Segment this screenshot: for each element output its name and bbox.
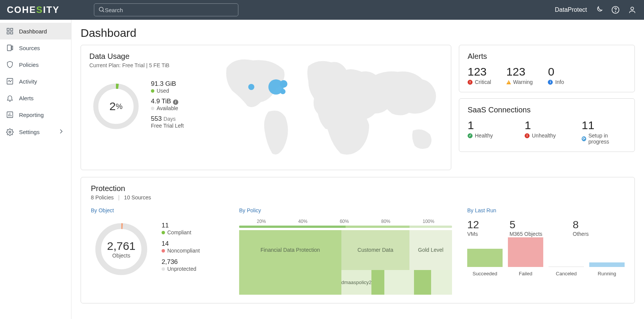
policy-tile[interactable] xyxy=(431,270,452,295)
data-usage-card: Data Usage Current Plan: Free Trial | 5 … xyxy=(81,45,451,170)
help-icon[interactable] xyxy=(611,5,620,15)
axis-tick: 100% xyxy=(423,219,435,224)
search-input[interactable] xyxy=(105,7,234,13)
avail-label: Available xyxy=(157,105,178,111)
pct-symbol: % xyxy=(116,102,122,111)
healthy-label: Healthy xyxy=(475,133,493,139)
map-point xyxy=(280,80,287,88)
nav-label: Activity xyxy=(19,78,37,85)
theme-moon-icon[interactable] xyxy=(594,5,604,15)
protection-title: Protection xyxy=(91,184,625,193)
bar-succeeded xyxy=(467,249,503,267)
nav-alerts[interactable]: Alerts xyxy=(0,90,71,106)
bar-label: Failed xyxy=(519,271,532,276)
critical-icon: ! xyxy=(468,80,473,85)
days-unit: Days xyxy=(163,116,176,122)
data-usage-title: Data Usage xyxy=(89,52,203,61)
days-label: Free Trial Left xyxy=(151,123,184,129)
byrun-heading: By Last Run xyxy=(467,207,625,213)
setup-label: Setup in progress xyxy=(588,133,626,145)
svg-rect-8 xyxy=(11,32,13,34)
tile-label: Gold Level xyxy=(418,247,444,253)
policy-tile[interactable] xyxy=(371,270,384,295)
used-label: Used xyxy=(157,88,169,94)
policy-tile[interactable]: dmaaspolicy2 xyxy=(341,270,372,295)
avail-dot-icon xyxy=(151,107,154,110)
search-icon xyxy=(98,6,105,14)
bar-label: Succeeded xyxy=(473,271,497,276)
nav-label: Reporting xyxy=(19,112,44,118)
policy-axis: 20% 40% 60% 80% 100% xyxy=(239,219,452,224)
svg-point-3 xyxy=(615,11,615,12)
nav-sources[interactable]: Sources xyxy=(0,39,71,56)
svg-point-4 xyxy=(631,7,633,10)
map-point xyxy=(280,89,286,94)
setup-count: 11 xyxy=(582,119,626,132)
compliant-l: Compliant xyxy=(167,229,191,235)
tile-label: Financial Data Protection xyxy=(260,247,320,253)
policy-tile[interactable] xyxy=(239,270,341,295)
sources-count: 10 Sources xyxy=(124,194,151,201)
topbar: COHESITY DataProtect xyxy=(0,0,644,20)
m365-count: 5 xyxy=(509,219,542,231)
svg-rect-7 xyxy=(7,32,10,34)
nav-settings[interactable]: Settings xyxy=(0,123,71,141)
plan-value: Free Trial | 5 FE TiB xyxy=(122,62,169,68)
tile-label: Customer Data xyxy=(357,247,393,253)
svg-point-16 xyxy=(9,131,11,133)
warning-count: 123 xyxy=(506,65,533,78)
info-badge-icon: i xyxy=(548,80,553,85)
nav-dashboard[interactable]: Dashboard xyxy=(0,23,71,39)
nav-label: Sources xyxy=(19,45,40,51)
nav-activity[interactable]: Activity xyxy=(0,73,71,90)
policy-tile[interactable]: Gold Level xyxy=(409,230,452,270)
byobj-heading: By Object xyxy=(91,207,224,213)
run-bar-chart: Succeeded Failed Canceled Running xyxy=(467,246,625,276)
policy-tile[interactable]: Financial Data Protection xyxy=(239,230,341,270)
others-count: 8 xyxy=(573,219,589,231)
policy-tile[interactable] xyxy=(414,270,431,295)
unhealthy-label: Unhealthy xyxy=(532,133,556,139)
bypol-heading: By Policy xyxy=(239,207,452,213)
main-content: Dashboard Data Usage Current Plan: Free … xyxy=(71,20,644,319)
objects-label: Objects xyxy=(112,253,130,259)
info-icon[interactable]: i xyxy=(173,99,178,105)
policy-treemap: Financial Data Protection Customer Data … xyxy=(239,230,452,295)
axis-tick: 80% xyxy=(381,219,390,224)
svg-rect-5 xyxy=(7,28,10,31)
user-icon[interactable] xyxy=(627,5,637,15)
alerts-title: Alerts xyxy=(468,52,626,61)
bar-failed xyxy=(508,237,543,267)
nav-policies[interactable]: Policies xyxy=(0,56,71,73)
policy-tile[interactable] xyxy=(384,270,414,295)
unprotected-n: 2,736 xyxy=(162,258,200,266)
used-value: 91.3 GiB xyxy=(151,80,184,88)
protection-card: Protection 8 Policies | 10 Sources By Ob… xyxy=(81,177,635,303)
search-box[interactable] xyxy=(94,3,238,16)
info-count: 0 xyxy=(548,65,564,78)
progress-icon: ⟳ xyxy=(582,136,586,141)
svg-point-0 xyxy=(99,7,103,11)
avail-value: 4.9 TiB xyxy=(151,98,171,105)
page-title: Dashboard xyxy=(81,27,635,39)
map-point xyxy=(248,84,254,90)
axis-tick: 60% xyxy=(340,219,349,224)
axis-tick: 40% xyxy=(298,219,308,224)
policy-tile[interactable]: Customer Data xyxy=(341,230,409,270)
unprotected-dot-icon xyxy=(162,267,165,271)
svg-rect-9 xyxy=(7,45,11,51)
tile-label: dmaaspolicy2 xyxy=(341,280,372,285)
plan-label: Current Plan: xyxy=(89,62,121,68)
bar-canceled xyxy=(549,267,584,267)
svg-rect-6 xyxy=(11,28,13,31)
vms-count: 12 xyxy=(467,219,479,231)
noncompliant-dot-icon xyxy=(162,249,165,253)
saas-title: SaaS Connections xyxy=(468,106,626,114)
objects-total: 2,761 xyxy=(107,240,135,253)
nav-label: Dashboard xyxy=(19,28,47,35)
protection-sub: 8 Policies | 10 Sources xyxy=(91,194,625,201)
unprotected-l: Unprotected xyxy=(167,266,196,272)
nav-reporting[interactable]: Reporting xyxy=(0,106,71,123)
error-icon: ! xyxy=(525,133,530,138)
others-label: Others xyxy=(573,231,589,237)
